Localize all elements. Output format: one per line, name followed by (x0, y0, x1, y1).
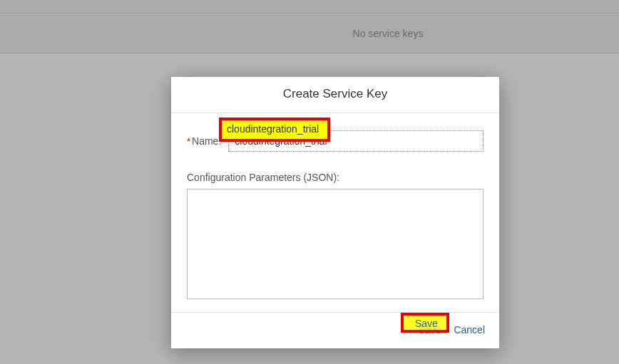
cancel-button[interactable]: Cancel (452, 321, 486, 338)
name-label-wrap: * Name: (187, 135, 221, 147)
name-label: Name: (192, 135, 221, 147)
create-service-key-dialog: Create Service Key * Name: Configuration… (171, 77, 499, 348)
dialog-title: Create Service Key (171, 77, 499, 113)
config-params-label: Configuration Parameters (JSON): (187, 172, 484, 183)
dialog-footer: Save Cancel (171, 312, 499, 348)
service-key-name-input[interactable] (228, 130, 484, 152)
save-button[interactable]: Save (416, 321, 442, 338)
name-field-row: * Name: (187, 130, 484, 152)
required-star-icon: * (187, 136, 190, 147)
dialog-body: * Name: Configuration Parameters (JSON): (171, 113, 499, 312)
config-params-textarea[interactable] (187, 189, 484, 299)
